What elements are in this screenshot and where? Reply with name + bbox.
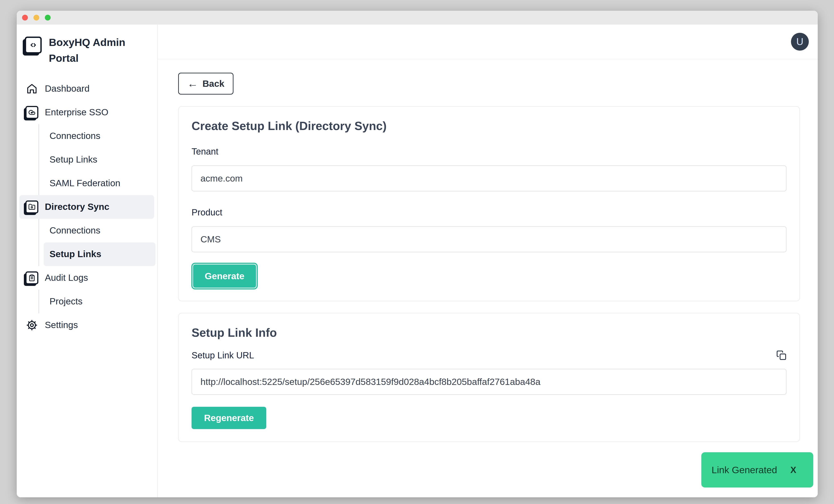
create-setup-link-card: Create Setup Link (Directory Sync) Tenan… [178, 106, 800, 301]
setup-link-info-card: Setup Link Info Setup Link URL Regenerat… [178, 313, 800, 442]
sidebar-item-settings[interactable]: Settings [19, 313, 154, 337]
minimize-button[interactable] [34, 15, 39, 21]
sidebar-item-label: Settings [45, 320, 78, 330]
page-content: ← Back Create Setup Link (Directory Sync… [158, 59, 818, 497]
folder-keycap-icon [25, 200, 39, 214]
sidebar-item-sso-connections[interactable]: Connections [44, 124, 155, 148]
regenerate-button[interactable]: Regenerate [192, 407, 266, 429]
sidebar-item-sso-setup-links[interactable]: Setup Links [44, 148, 155, 172]
card-title: Create Setup Link (Directory Sync) [192, 119, 787, 133]
sidebar-item-label: SAML Federation [49, 178, 120, 189]
window-titlebar [17, 11, 818, 24]
top-header: U [158, 24, 818, 59]
sidebar-item-enterprise-sso[interactable]: Enterprise SSO [19, 101, 154, 124]
sidebar-item-audit-logs[interactable]: Audit Logs [19, 266, 154, 290]
sidebar-item-label: Dashboard [45, 83, 90, 94]
clipboard-keycap-icon [25, 271, 39, 284]
sidebar-item-projects[interactable]: Projects [44, 290, 155, 313]
sidebar: BoxyHQ Admin Portal Dashboard [17, 24, 158, 497]
tenant-input[interactable] [192, 166, 787, 191]
copy-button[interactable] [776, 350, 787, 360]
toast-close-button[interactable]: X [790, 465, 796, 475]
sidebar-item-label: Directory Sync [45, 202, 109, 212]
sidebar-item-label: Connections [49, 225, 100, 236]
card-title: Setup Link Info [192, 326, 787, 339]
enterprise-sso-subgroup: Connections Setup Links SAML Federation [38, 124, 157, 195]
sidebar-item-label: Projects [49, 296, 83, 307]
app-title: BoxyHQ Admin Portal [49, 34, 131, 66]
close-button[interactable] [22, 15, 28, 21]
sidebar-item-dashboard[interactable]: Dashboard [19, 77, 154, 101]
avatar[interactable]: U [791, 33, 809, 51]
maximize-button[interactable] [45, 15, 51, 21]
setup-link-url-label: Setup Link URL [192, 350, 254, 360]
generate-button[interactable]: Generate [193, 264, 257, 288]
sidebar-item-label: Connections [49, 131, 100, 141]
setup-link-url-input[interactable] [192, 369, 787, 395]
directory-sync-subgroup: Connections Setup Links [38, 219, 157, 266]
audit-logs-subgroup: Projects [38, 290, 157, 313]
arrow-left-icon: ← [187, 78, 198, 89]
tenant-label: Tenant [192, 147, 787, 157]
toast-message: Link Generated [711, 464, 777, 476]
sidebar-item-ds-setup-links[interactable]: Setup Links [44, 242, 155, 266]
gear-icon [25, 320, 39, 331]
sidebar-item-directory-sync[interactable]: Directory Sync [19, 195, 154, 219]
home-icon [25, 83, 39, 94]
back-button[interactable]: ← Back [178, 73, 234, 94]
brand: BoxyHQ Admin Portal [17, 34, 157, 66]
sidebar-item-ds-connections[interactable]: Connections [44, 219, 155, 242]
sidebar-item-label: Setup Links [49, 154, 97, 165]
product-label: Product [192, 207, 787, 217]
product-input[interactable] [192, 226, 787, 252]
toast-link-generated: Link Generated X [701, 452, 813, 487]
app-window: BoxyHQ Admin Portal Dashboard [17, 11, 818, 497]
copy-icon [776, 350, 787, 360]
sidebar-item-saml-federation[interactable]: SAML Federation [44, 172, 155, 195]
sidebar-item-label: Setup Links [49, 249, 101, 259]
sidebar-item-label: Enterprise SSO [45, 107, 108, 117]
code-keycap-icon [25, 37, 42, 53]
cloud-keycap-icon [25, 106, 39, 119]
sidebar-item-label: Audit Logs [45, 272, 88, 283]
